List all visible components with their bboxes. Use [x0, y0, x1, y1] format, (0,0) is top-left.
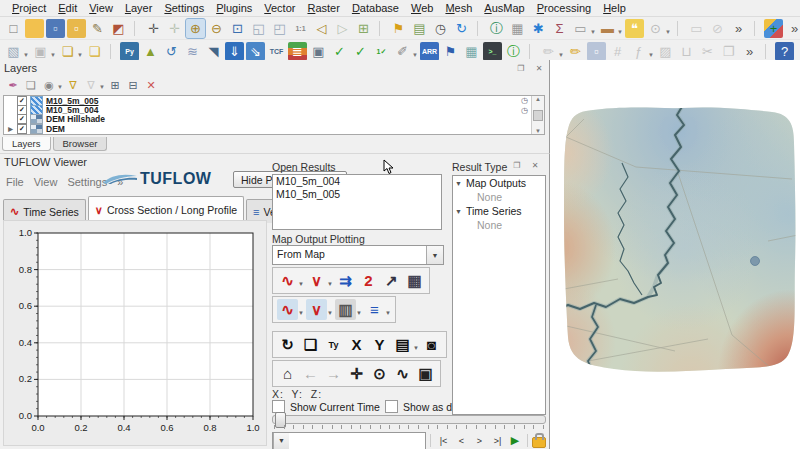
menu-settings[interactable]: Settings — [158, 1, 210, 15]
tuflow-utilities-icon[interactable]: ≣ — [288, 42, 307, 61]
menu-layer[interactable]: Layer — [119, 1, 159, 15]
plot-flow-line-icon[interactable]: ⇉ — [335, 270, 356, 291]
gdal-tools-icon[interactable]: ↺ — [162, 42, 181, 61]
zoom-to-selection-icon[interactable]: ◱ — [249, 19, 268, 38]
layers-close-icon[interactable]: ✕ — [533, 63, 545, 75]
layer-row[interactable]: ▶✓DEM — [4, 124, 544, 133]
tree-node[interactable]: ▼Time Series — [453, 204, 545, 218]
layer-label[interactable]: DEM — [46, 124, 65, 134]
tuflow-close-icon[interactable]: ✕ — [529, 160, 541, 172]
layer-styling-icon[interactable]: ✒ — [5, 77, 21, 93]
layer-row[interactable]: ✓DEM Hillshade — [4, 115, 544, 124]
time-slider[interactable] — [272, 415, 546, 424]
scroll-down-icon[interactable]: ▼ — [535, 128, 541, 134]
map-output-plotting-combo[interactable]: From Map ▼ — [272, 245, 444, 265]
check-files-variant-icon[interactable]: ✓ — [351, 42, 370, 61]
temporal-controller-icon[interactable]: ◷ — [431, 19, 450, 38]
scroll-thumb[interactable] — [533, 110, 543, 121]
spatial-bookmarks-icon[interactable]: ⚑ — [389, 19, 408, 38]
pan-map-icon[interactable]: ✛ — [144, 19, 163, 38]
play-button[interactable]: ▶ — [507, 434, 523, 447]
open-results-list[interactable]: M10_5m_004M10_5m_005 — [272, 174, 442, 230]
tuflow-menu-view[interactable]: View — [34, 176, 58, 188]
expand-icon[interactable]: ▶ — [7, 125, 14, 132]
manage-map-themes-icon[interactable]: ◉▼ — [41, 77, 57, 93]
save-edits-icon[interactable]: ▫ — [587, 42, 606, 61]
plot-cross-section-depth-icon[interactable]: ∨▼ — [306, 299, 327, 320]
cut-features-icon[interactable]: ✂ — [698, 42, 717, 61]
layer-scrollbar[interactable]: ▲ ▼ — [531, 96, 544, 134]
download-layer-icon[interactable]: ⇓ — [225, 42, 244, 61]
plot-back-icon[interactable]: ← — [300, 363, 321, 384]
plot-forward-icon[interactable]: → — [323, 363, 344, 384]
tree-child[interactable]: None — [453, 218, 545, 232]
plot-figure[interactable]: 0.00.20.40.60.81.00.00.20.40.60.81.0 — [3, 220, 267, 446]
layer-row[interactable]: ✓M10_5m_004◷ — [4, 105, 544, 114]
plot-home-icon[interactable]: ⌂ — [277, 363, 298, 384]
plot-zoom-icon[interactable]: ⊙ — [369, 363, 390, 384]
layout-image-icon[interactable]: ▣ — [309, 42, 328, 61]
clear-plot-icon[interactable]: ❏ — [300, 334, 321, 355]
flag-tool-icon[interactable]: ⚑ — [441, 42, 460, 61]
plot-timeseries-icon[interactable]: ∿▼ — [277, 270, 298, 291]
delete-selected-icon[interactable]: ⊔ — [677, 42, 696, 61]
python-console-icon[interactable]: Py — [120, 42, 139, 61]
tuflow-float-icon[interactable]: ❐ — [511, 160, 523, 172]
layer-visibility-checkbox[interactable]: ✓ — [17, 124, 27, 134]
menu-processing[interactable]: Processing — [531, 1, 597, 15]
filter-by-expression-icon[interactable]: ∇▼ — [83, 77, 99, 93]
collapse-icon[interactable]: ▼ — [455, 180, 462, 187]
legend-options-icon[interactable]: ▤▼ — [392, 334, 413, 355]
tab-browser[interactable]: Browser — [53, 137, 108, 151]
plot-timeseries-depth-icon[interactable]: ∿▼ — [277, 299, 298, 320]
menu-vector[interactable]: Vector — [258, 1, 301, 15]
plot-style-icon[interactable]: ∿ — [392, 363, 413, 384]
layer-tree[interactable]: ✓M10_5m_005◷✓M10_5m_004◷✓DEM Hillshade▶✓… — [3, 95, 545, 135]
statistics-icon[interactable]: Σ — [550, 19, 569, 38]
plot-cross-section-icon[interactable]: ∨▼ — [306, 270, 327, 291]
show-current-time-checkbox[interactable]: Show Current Time — [272, 400, 380, 413]
zoom-last-icon[interactable]: ◁ — [312, 19, 331, 38]
result-item[interactable]: M10_5m_004 — [273, 175, 441, 188]
georeferencer-icon[interactable]: ≋ — [183, 42, 202, 61]
terrain-shading-icon[interactable]: ▲ — [141, 42, 160, 61]
current-edits-icon[interactable]: ✏▼ — [539, 42, 558, 61]
zoom-next-icon[interactable]: ▷ — [333, 19, 352, 38]
attribute-table-icon[interactable]: ▦ — [508, 19, 527, 38]
plot-mesh-grid-icon[interactable]: ▦ — [404, 270, 425, 291]
map-tips-icon[interactable]: ❝ — [625, 19, 644, 38]
next-timestep-button[interactable]: > — [471, 433, 488, 448]
scroll-up-icon[interactable]: ▲ — [535, 96, 541, 102]
run-info-icon[interactable]: ⓘ — [504, 42, 523, 61]
menu-help[interactable]: Help — [597, 1, 632, 15]
toolbar-overflow-1-icon[interactable]: » — [729, 19, 748, 38]
check-1d-icon[interactable]: 1✓ — [372, 42, 391, 61]
timestep-dropdown-icon[interactable]: ▼ — [273, 433, 289, 449]
collapse-icon[interactable]: ▼ — [455, 208, 462, 215]
save-project-as-icon[interactable]: ▫ — [67, 19, 86, 38]
plot-pan-icon[interactable]: ✛ — [346, 363, 367, 384]
result-type-tree[interactable]: ▼Map OutputsNone▼Time SeriesNone — [452, 175, 546, 415]
help-icon[interactable]: ? — [775, 42, 794, 61]
filter-legend-icon[interactable]: ∇ — [65, 77, 81, 93]
project-properties-icon[interactable]: ✎ — [88, 19, 107, 38]
checkbox-icon[interactable] — [385, 400, 398, 413]
map-canvas[interactable] — [550, 60, 800, 449]
osm-tools-icon[interactable]: ◥ — [204, 42, 223, 61]
disabled-tool-2-icon[interactable]: ⊘ — [708, 19, 727, 38]
attachment-icon[interactable]: ✐▼ — [393, 42, 412, 61]
timestep-combo[interactable]: ▼ — [272, 432, 426, 449]
axis-labels-icon[interactable]: Ty — [323, 334, 344, 355]
toolbar-overflow-3-icon[interactable]: » — [740, 42, 759, 61]
refresh-plot-icon[interactable]: ↻ — [277, 334, 298, 355]
menu-view[interactable]: View — [83, 1, 119, 15]
user-plot-data-icon[interactable]: ◙ — [421, 334, 442, 355]
menu-mesh[interactable]: Mesh — [439, 1, 478, 15]
manage-layers-icon[interactable]: + — [764, 19, 783, 38]
tree-node[interactable]: ▼Map Outputs — [453, 176, 545, 190]
save-project-icon[interactable]: ▫ — [46, 19, 65, 38]
zoom-out-icon[interactable]: ⊖ — [207, 19, 226, 38]
lock-icon[interactable] — [532, 437, 546, 448]
last-timestep-button[interactable]: >| — [489, 433, 506, 448]
menu-web[interactable]: Web — [405, 1, 439, 15]
